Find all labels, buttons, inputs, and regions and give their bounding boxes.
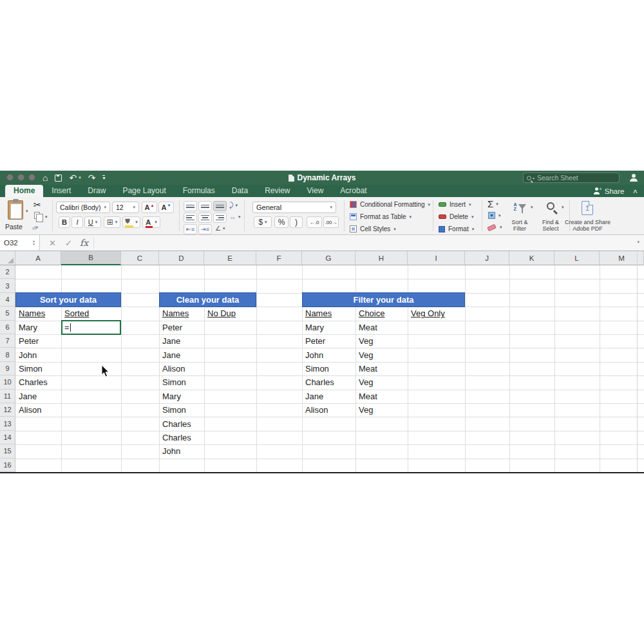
- data-cell-A9[interactable]: Simon: [15, 362, 61, 375]
- zoom-window-button[interactable]: [28, 174, 35, 181]
- redo-icon[interactable]: ↷: [88, 173, 96, 183]
- account-icon[interactable]: [629, 173, 639, 183]
- data-cell-G6[interactable]: Mary: [302, 321, 355, 334]
- data-cell-G7[interactable]: Peter: [302, 334, 355, 348]
- find-select-button[interactable]: [540, 202, 562, 210]
- column-header-A[interactable]: A: [15, 251, 61, 265]
- align-bottom-button[interactable]: [213, 201, 227, 211]
- autosum-button[interactable]: Σ▾: [488, 198, 498, 209]
- minimize-window-button[interactable]: [17, 174, 24, 181]
- row-header-16[interactable]: 16: [0, 459, 15, 472]
- decrease-indent-button[interactable]: ⇤≡: [184, 224, 197, 234]
- data-cell-A6[interactable]: Mary: [15, 321, 61, 334]
- tab-acrobat[interactable]: Acrobat: [332, 185, 375, 197]
- format-cells-button[interactable]: Format ▾: [439, 225, 474, 232]
- clear-button[interactable]: ▾: [488, 225, 502, 230]
- row-header-9[interactable]: 9: [0, 362, 15, 375]
- section-banner-1[interactable]: Sort your data: [15, 292, 121, 307]
- tab-page-layout[interactable]: Page Layout: [114, 185, 174, 197]
- orientation-button[interactable]: ∠▾: [215, 225, 225, 232]
- column-header-D[interactable]: D: [159, 251, 204, 265]
- section-banner-2[interactable]: Clean your data: [159, 292, 256, 307]
- sort-filter-button[interactable]: AZ: [509, 202, 531, 211]
- data-cell-H7[interactable]: Veg: [355, 334, 408, 348]
- italic-button[interactable]: I: [71, 216, 83, 228]
- data-cell-D9[interactable]: Alison: [159, 362, 204, 375]
- row-header-15[interactable]: 15: [0, 444, 15, 458]
- insert-cells-button[interactable]: Insert ▾: [439, 201, 471, 208]
- header-cell-I5[interactable]: Veg Only: [408, 307, 465, 320]
- column-header-G[interactable]: G: [302, 251, 355, 265]
- data-cell-D10[interactable]: Simon: [159, 375, 204, 389]
- data-cell-G9[interactable]: Simon: [302, 362, 355, 375]
- align-top-button[interactable]: [184, 201, 197, 211]
- column-header-L[interactable]: L: [554, 251, 600, 265]
- percent-style-button[interactable]: %: [274, 216, 289, 228]
- home-icon[interactable]: ⌂: [43, 173, 48, 183]
- row-header-2[interactable]: 2: [0, 265, 15, 279]
- format-painter-icon[interactable]: ✑: [31, 223, 40, 234]
- data-cell-H10[interactable]: Veg: [355, 375, 408, 389]
- bold-button[interactable]: B: [59, 216, 70, 228]
- column-header-E[interactable]: E: [204, 251, 256, 265]
- fill-color-button[interactable]: ⛊▾: [122, 216, 140, 228]
- cancel-button[interactable]: ✕: [49, 235, 56, 251]
- row-header-12[interactable]: 12: [0, 403, 15, 417]
- data-cell-D14[interactable]: Charles: [159, 431, 204, 444]
- header-cell-D5[interactable]: Names: [159, 307, 204, 320]
- column-header-I[interactable]: I: [408, 251, 465, 265]
- data-cell-D11[interactable]: Mary: [159, 390, 204, 403]
- align-right-button[interactable]: [213, 213, 227, 223]
- merge-center-button[interactable]: ⇔▾: [229, 213, 241, 221]
- formula-input[interactable]: [97, 235, 631, 251]
- delete-cells-button[interactable]: Delete ▾: [439, 213, 473, 220]
- column-header-B[interactable]: B: [61, 251, 121, 265]
- underline-button[interactable]: U▾: [84, 216, 101, 228]
- font-color-button[interactable]: A▾: [142, 216, 160, 228]
- insert-function-button[interactable]: fx: [80, 235, 88, 251]
- header-cell-G5[interactable]: Names: [302, 307, 355, 320]
- data-cell-H12[interactable]: Veg: [355, 403, 408, 417]
- row-header-11[interactable]: 11: [0, 390, 15, 403]
- data-cell-D13[interactable]: Charles: [159, 417, 204, 430]
- row-header-6[interactable]: 6: [0, 321, 15, 334]
- data-cell-D15[interactable]: John: [159, 444, 204, 458]
- data-cell-D7[interactable]: Jane: [159, 334, 204, 348]
- row-header-5[interactable]: 5: [0, 307, 15, 320]
- data-cell-H11[interactable]: Meat: [355, 390, 408, 403]
- increase-decimal-button[interactable]: ←.0: [307, 216, 322, 228]
- name-box-stepper-icon[interactable]: ▲▼: [32, 240, 35, 246]
- close-window-button[interactable]: [6, 174, 14, 181]
- copy-caret-icon[interactable]: ▾: [45, 214, 48, 220]
- data-cell-A11[interactable]: Jane: [15, 390, 61, 403]
- align-center-button[interactable]: [198, 213, 212, 223]
- row-header-8[interactable]: 8: [0, 348, 15, 361]
- wrap-text-button[interactable]: ⤸▾: [229, 201, 238, 209]
- paste-caret-icon[interactable]: ▾: [26, 209, 28, 214]
- data-cell-G11[interactable]: Jane: [302, 390, 355, 403]
- cut-icon[interactable]: ✂: [33, 200, 41, 210]
- decrease-decimal-button[interactable]: .00→: [323, 216, 339, 228]
- data-cell-G10[interactable]: Charles: [302, 375, 355, 389]
- number-format-select[interactable]: General ▾: [252, 202, 336, 213]
- tab-home[interactable]: Home: [5, 185, 43, 197]
- fill-button[interactable]: ▼▾: [488, 212, 501, 219]
- data-cell-A12[interactable]: Alison: [15, 403, 61, 417]
- data-cell-D6[interactable]: Peter: [159, 321, 204, 334]
- row-header-7[interactable]: 7: [0, 334, 15, 348]
- tab-formulas[interactable]: Formulas: [175, 185, 223, 197]
- active-edit-cell-B6[interactable]: =: [61, 320, 121, 335]
- data-cell-G8[interactable]: John: [302, 348, 355, 361]
- data-cell-A7[interactable]: Peter: [15, 334, 61, 348]
- section-banner-3[interactable]: Filter your data: [302, 292, 465, 307]
- column-header-F[interactable]: F: [256, 251, 302, 265]
- data-cell-A8[interactable]: John: [15, 348, 61, 361]
- enter-button[interactable]: ✓: [65, 235, 72, 251]
- font-name-select[interactable]: Calibri (Body) ▾: [56, 202, 110, 213]
- tab-draw[interactable]: Draw: [79, 185, 114, 197]
- increase-font-button[interactable]: A: [142, 202, 157, 213]
- adobe-pdf-button[interactable]: ↥: [582, 201, 593, 215]
- data-cell-G12[interactable]: Alison: [302, 403, 355, 417]
- data-cell-D12[interactable]: Simon: [159, 403, 204, 417]
- select-all-corner[interactable]: [0, 251, 15, 265]
